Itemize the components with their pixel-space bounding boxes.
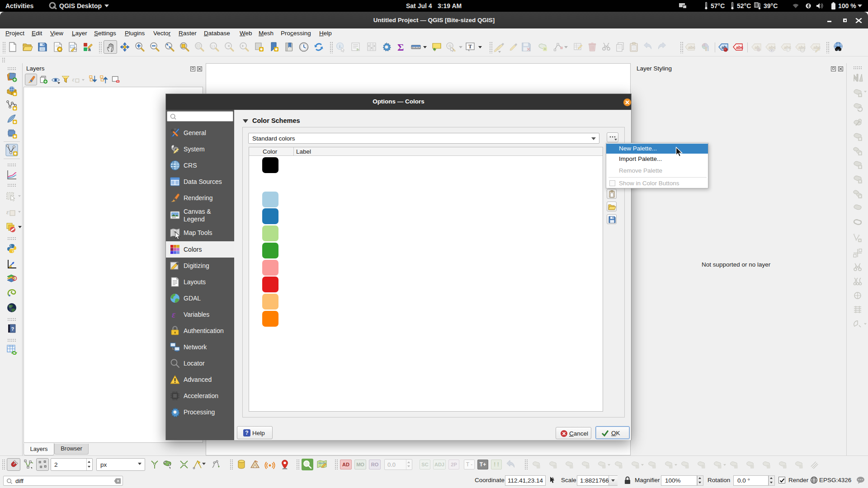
svg-text:ε: ε <box>172 310 176 319</box>
svg-text:abc: abc <box>769 45 776 50</box>
svg-text:ε: ε <box>6 208 9 216</box>
svg-text:i: i <box>339 43 340 49</box>
svg-text:T: T <box>468 43 472 50</box>
svg-text:?: ? <box>11 326 14 332</box>
svg-text:Σ: Σ <box>397 42 404 52</box>
svg-text:abc: abc <box>736 45 743 50</box>
svg-text:a: a <box>88 47 91 52</box>
svg-text:abc: abc <box>688 45 695 50</box>
svg-text:ε: ε <box>72 76 75 83</box>
svg-text:abc: abc <box>813 45 821 50</box>
svg-text:1:1: 1:1 <box>211 45 215 48</box>
